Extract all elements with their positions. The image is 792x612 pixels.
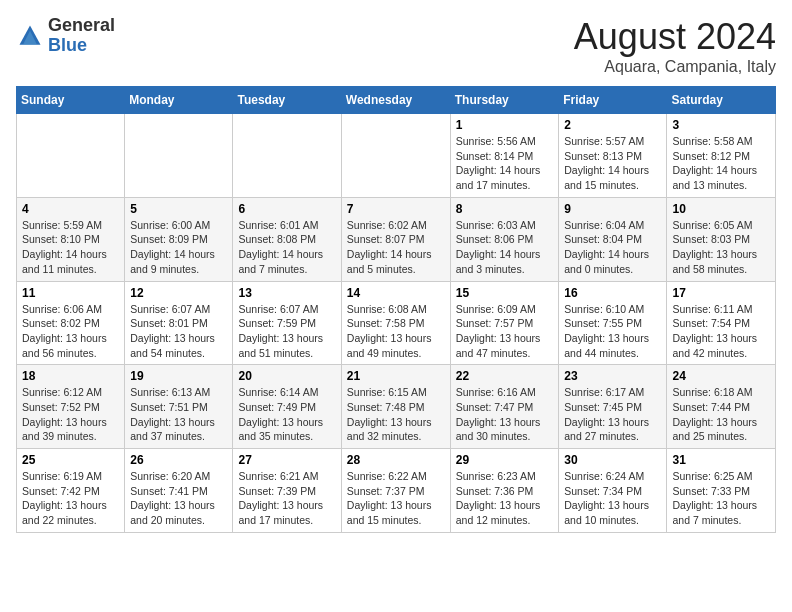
day-info: Sunrise: 6:07 AM Sunset: 8:01 PM Dayligh… <box>130 302 227 361</box>
calendar-cell: 18Sunrise: 6:12 AM Sunset: 7:52 PM Dayli… <box>17 365 125 449</box>
day-number: 18 <box>22 369 119 383</box>
day-number: 1 <box>456 118 554 132</box>
logo: General Blue <box>16 16 115 56</box>
day-header-saturday: Saturday <box>667 87 776 114</box>
calendar-cell: 4Sunrise: 5:59 AM Sunset: 8:10 PM Daylig… <box>17 197 125 281</box>
calendar-cell: 20Sunrise: 6:14 AM Sunset: 7:49 PM Dayli… <box>233 365 341 449</box>
calendar-cell: 2Sunrise: 5:57 AM Sunset: 8:13 PM Daylig… <box>559 114 667 198</box>
calendar-cell: 25Sunrise: 6:19 AM Sunset: 7:42 PM Dayli… <box>17 449 125 533</box>
calendar-cell: 7Sunrise: 6:02 AM Sunset: 8:07 PM Daylig… <box>341 197 450 281</box>
calendar-cell: 8Sunrise: 6:03 AM Sunset: 8:06 PM Daylig… <box>450 197 559 281</box>
calendar-week-3: 11Sunrise: 6:06 AM Sunset: 8:02 PM Dayli… <box>17 281 776 365</box>
day-number: 28 <box>347 453 445 467</box>
day-number: 31 <box>672 453 770 467</box>
day-number: 19 <box>130 369 227 383</box>
calendar-cell: 19Sunrise: 6:13 AM Sunset: 7:51 PM Dayli… <box>125 365 233 449</box>
day-info: Sunrise: 6:01 AM Sunset: 8:08 PM Dayligh… <box>238 218 335 277</box>
calendar-cell: 31Sunrise: 6:25 AM Sunset: 7:33 PM Dayli… <box>667 449 776 533</box>
day-header-tuesday: Tuesday <box>233 87 341 114</box>
day-info: Sunrise: 6:17 AM Sunset: 7:45 PM Dayligh… <box>564 385 661 444</box>
logo-text: General Blue <box>48 16 115 56</box>
day-number: 13 <box>238 286 335 300</box>
day-info: Sunrise: 5:58 AM Sunset: 8:12 PM Dayligh… <box>672 134 770 193</box>
day-number: 23 <box>564 369 661 383</box>
day-number: 24 <box>672 369 770 383</box>
calendar-cell: 9Sunrise: 6:04 AM Sunset: 8:04 PM Daylig… <box>559 197 667 281</box>
calendar-cell: 3Sunrise: 5:58 AM Sunset: 8:12 PM Daylig… <box>667 114 776 198</box>
calendar-cell: 11Sunrise: 6:06 AM Sunset: 8:02 PM Dayli… <box>17 281 125 365</box>
day-info: Sunrise: 6:14 AM Sunset: 7:49 PM Dayligh… <box>238 385 335 444</box>
day-info: Sunrise: 6:02 AM Sunset: 8:07 PM Dayligh… <box>347 218 445 277</box>
calendar-cell: 12Sunrise: 6:07 AM Sunset: 8:01 PM Dayli… <box>125 281 233 365</box>
day-number: 9 <box>564 202 661 216</box>
calendar-week-2: 4Sunrise: 5:59 AM Sunset: 8:10 PM Daylig… <box>17 197 776 281</box>
day-info: Sunrise: 6:06 AM Sunset: 8:02 PM Dayligh… <box>22 302 119 361</box>
day-info: Sunrise: 6:23 AM Sunset: 7:36 PM Dayligh… <box>456 469 554 528</box>
page-header: General Blue August 2024 Aquara, Campani… <box>16 16 776 76</box>
day-info: Sunrise: 6:20 AM Sunset: 7:41 PM Dayligh… <box>130 469 227 528</box>
calendar: SundayMondayTuesdayWednesdayThursdayFrid… <box>16 86 776 533</box>
day-info: Sunrise: 6:24 AM Sunset: 7:34 PM Dayligh… <box>564 469 661 528</box>
calendar-cell <box>233 114 341 198</box>
calendar-cell: 21Sunrise: 6:15 AM Sunset: 7:48 PM Dayli… <box>341 365 450 449</box>
location: Aquara, Campania, Italy <box>574 58 776 76</box>
day-info: Sunrise: 6:18 AM Sunset: 7:44 PM Dayligh… <box>672 385 770 444</box>
day-info: Sunrise: 6:16 AM Sunset: 7:47 PM Dayligh… <box>456 385 554 444</box>
day-number: 22 <box>456 369 554 383</box>
calendar-cell: 10Sunrise: 6:05 AM Sunset: 8:03 PM Dayli… <box>667 197 776 281</box>
calendar-cell: 6Sunrise: 6:01 AM Sunset: 8:08 PM Daylig… <box>233 197 341 281</box>
day-header-thursday: Thursday <box>450 87 559 114</box>
calendar-cell: 15Sunrise: 6:09 AM Sunset: 7:57 PM Dayli… <box>450 281 559 365</box>
day-number: 5 <box>130 202 227 216</box>
logo-icon <box>16 22 44 50</box>
calendar-cell: 29Sunrise: 6:23 AM Sunset: 7:36 PM Dayli… <box>450 449 559 533</box>
day-info: Sunrise: 6:00 AM Sunset: 8:09 PM Dayligh… <box>130 218 227 277</box>
day-number: 21 <box>347 369 445 383</box>
day-info: Sunrise: 6:08 AM Sunset: 7:58 PM Dayligh… <box>347 302 445 361</box>
day-number: 6 <box>238 202 335 216</box>
day-header-sunday: Sunday <box>17 87 125 114</box>
day-header-friday: Friday <box>559 87 667 114</box>
calendar-cell: 28Sunrise: 6:22 AM Sunset: 7:37 PM Dayli… <box>341 449 450 533</box>
calendar-cell: 1Sunrise: 5:56 AM Sunset: 8:14 PM Daylig… <box>450 114 559 198</box>
calendar-cell: 5Sunrise: 6:00 AM Sunset: 8:09 PM Daylig… <box>125 197 233 281</box>
day-number: 11 <box>22 286 119 300</box>
day-header-wednesday: Wednesday <box>341 87 450 114</box>
day-info: Sunrise: 5:59 AM Sunset: 8:10 PM Dayligh… <box>22 218 119 277</box>
day-info: Sunrise: 6:21 AM Sunset: 7:39 PM Dayligh… <box>238 469 335 528</box>
day-number: 17 <box>672 286 770 300</box>
day-number: 8 <box>456 202 554 216</box>
day-number: 2 <box>564 118 661 132</box>
day-info: Sunrise: 6:25 AM Sunset: 7:33 PM Dayligh… <box>672 469 770 528</box>
calendar-week-4: 18Sunrise: 6:12 AM Sunset: 7:52 PM Dayli… <box>17 365 776 449</box>
calendar-header-row: SundayMondayTuesdayWednesdayThursdayFrid… <box>17 87 776 114</box>
day-info: Sunrise: 6:03 AM Sunset: 8:06 PM Dayligh… <box>456 218 554 277</box>
day-info: Sunrise: 6:12 AM Sunset: 7:52 PM Dayligh… <box>22 385 119 444</box>
day-info: Sunrise: 6:13 AM Sunset: 7:51 PM Dayligh… <box>130 385 227 444</box>
calendar-cell: 26Sunrise: 6:20 AM Sunset: 7:41 PM Dayli… <box>125 449 233 533</box>
calendar-cell: 14Sunrise: 6:08 AM Sunset: 7:58 PM Dayli… <box>341 281 450 365</box>
calendar-cell: 17Sunrise: 6:11 AM Sunset: 7:54 PM Dayli… <box>667 281 776 365</box>
calendar-week-5: 25Sunrise: 6:19 AM Sunset: 7:42 PM Dayli… <box>17 449 776 533</box>
day-number: 14 <box>347 286 445 300</box>
day-number: 30 <box>564 453 661 467</box>
calendar-cell: 24Sunrise: 6:18 AM Sunset: 7:44 PM Dayli… <box>667 365 776 449</box>
day-info: Sunrise: 5:57 AM Sunset: 8:13 PM Dayligh… <box>564 134 661 193</box>
day-info: Sunrise: 6:10 AM Sunset: 7:55 PM Dayligh… <box>564 302 661 361</box>
day-info: Sunrise: 6:15 AM Sunset: 7:48 PM Dayligh… <box>347 385 445 444</box>
day-number: 15 <box>456 286 554 300</box>
calendar-cell <box>17 114 125 198</box>
calendar-cell <box>125 114 233 198</box>
month-title: August 2024 <box>574 16 776 58</box>
day-number: 10 <box>672 202 770 216</box>
day-number: 27 <box>238 453 335 467</box>
day-header-monday: Monday <box>125 87 233 114</box>
calendar-cell <box>341 114 450 198</box>
day-number: 4 <box>22 202 119 216</box>
calendar-cell: 23Sunrise: 6:17 AM Sunset: 7:45 PM Dayli… <box>559 365 667 449</box>
calendar-cell: 13Sunrise: 6:07 AM Sunset: 7:59 PM Dayli… <box>233 281 341 365</box>
calendar-cell: 27Sunrise: 6:21 AM Sunset: 7:39 PM Dayli… <box>233 449 341 533</box>
title-block: August 2024 Aquara, Campania, Italy <box>574 16 776 76</box>
day-info: Sunrise: 6:07 AM Sunset: 7:59 PM Dayligh… <box>238 302 335 361</box>
day-number: 29 <box>456 453 554 467</box>
